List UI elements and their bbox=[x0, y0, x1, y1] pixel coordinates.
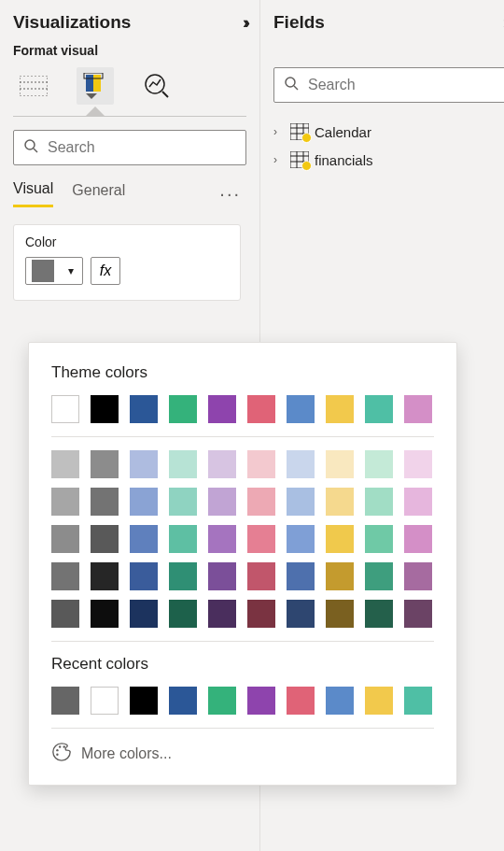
format-visual-label: Format visual bbox=[13, 43, 246, 58]
color-swatch[interactable] bbox=[91, 562, 119, 590]
color-swatch[interactable] bbox=[365, 600, 393, 628]
color-swatch[interactable] bbox=[130, 600, 158, 628]
color-swatch[interactable] bbox=[91, 395, 119, 423]
color-swatch[interactable] bbox=[365, 395, 393, 423]
color-swatch[interactable] bbox=[169, 395, 197, 423]
table-icon bbox=[290, 151, 309, 168]
color-swatch[interactable] bbox=[169, 687, 197, 715]
color-swatch[interactable] bbox=[247, 450, 275, 478]
color-swatch[interactable] bbox=[51, 488, 79, 516]
tab-visual[interactable]: Visual bbox=[13, 180, 53, 207]
color-swatch[interactable] bbox=[404, 488, 432, 516]
color-swatch[interactable] bbox=[287, 600, 315, 628]
color-swatch[interactable] bbox=[51, 525, 79, 553]
color-swatch[interactable] bbox=[247, 687, 275, 715]
color-swatch[interactable] bbox=[326, 525, 354, 553]
color-swatch[interactable] bbox=[326, 450, 354, 478]
more-colors-button[interactable]: More colors... bbox=[51, 742, 434, 766]
color-swatch[interactable] bbox=[91, 600, 119, 628]
color-swatch[interactable] bbox=[51, 395, 79, 423]
color-swatch[interactable] bbox=[169, 450, 197, 478]
color-swatch[interactable] bbox=[404, 450, 432, 478]
color-swatch[interactable] bbox=[247, 600, 275, 628]
color-swatch[interactable] bbox=[326, 562, 354, 590]
fx-button[interactable]: fx bbox=[91, 257, 120, 285]
analytics-tab[interactable] bbox=[138, 67, 175, 105]
color-swatch[interactable] bbox=[208, 562, 236, 590]
color-swatch[interactable] bbox=[326, 488, 354, 516]
color-swatch[interactable] bbox=[208, 450, 236, 478]
color-swatch[interactable] bbox=[365, 525, 393, 553]
color-swatch[interactable] bbox=[247, 488, 275, 516]
field-table-item[interactable]: ›Calendar bbox=[273, 118, 504, 146]
color-swatch[interactable] bbox=[208, 600, 236, 628]
format-search-field[interactable] bbox=[46, 138, 236, 157]
recent-colors-title: Recent colors bbox=[51, 655, 434, 674]
svg-point-8 bbox=[25, 140, 35, 149]
color-swatch[interactable] bbox=[365, 562, 393, 590]
color-swatch[interactable] bbox=[287, 488, 315, 516]
build-visual-tab[interactable] bbox=[15, 67, 52, 105]
color-swatch[interactable] bbox=[169, 562, 197, 590]
color-swatch[interactable] bbox=[326, 395, 354, 423]
color-swatch[interactable] bbox=[404, 687, 432, 715]
table-icon bbox=[290, 123, 309, 140]
color-swatch[interactable] bbox=[404, 562, 432, 590]
color-dropdown[interactable]: ▾ bbox=[25, 257, 83, 285]
color-swatch[interactable] bbox=[365, 687, 393, 715]
color-swatch[interactable] bbox=[51, 562, 79, 590]
color-swatch[interactable] bbox=[51, 687, 79, 715]
color-swatch[interactable] bbox=[287, 450, 315, 478]
color-swatch[interactable] bbox=[404, 600, 432, 628]
color-swatch[interactable] bbox=[169, 525, 197, 553]
format-visual-tab[interactable] bbox=[77, 67, 114, 105]
color-swatch[interactable] bbox=[91, 450, 119, 478]
color-swatch[interactable] bbox=[404, 525, 432, 553]
fields-search-input[interactable] bbox=[273, 67, 504, 103]
color-swatch[interactable] bbox=[247, 525, 275, 553]
format-search-input[interactable] bbox=[13, 130, 246, 165]
color-swatch[interactable] bbox=[51, 450, 79, 478]
color-swatch[interactable] bbox=[169, 600, 197, 628]
color-swatch[interactable] bbox=[326, 687, 354, 715]
collapse-visualizations-button[interactable]: ›› bbox=[243, 13, 246, 33]
color-swatch[interactable] bbox=[247, 562, 275, 590]
color-swatch[interactable] bbox=[130, 525, 158, 553]
color-swatch[interactable] bbox=[130, 450, 158, 478]
color-swatch[interactable] bbox=[287, 395, 315, 423]
color-swatch[interactable] bbox=[130, 562, 158, 590]
tab-overflow-button[interactable]: ··· bbox=[219, 183, 246, 205]
field-table-name: financials bbox=[315, 152, 373, 168]
field-table-item[interactable]: ›financials bbox=[273, 146, 504, 174]
search-icon bbox=[23, 138, 38, 157]
color-swatch[interactable] bbox=[365, 488, 393, 516]
color-swatch[interactable] bbox=[91, 525, 119, 553]
color-swatch[interactable] bbox=[208, 395, 236, 423]
color-swatch[interactable] bbox=[51, 600, 79, 628]
svg-point-22 bbox=[56, 749, 58, 751]
color-card: Color ▾ fx bbox=[13, 224, 241, 301]
fields-search-field[interactable] bbox=[306, 76, 497, 94]
color-swatch[interactable] bbox=[130, 488, 158, 516]
color-swatch[interactable] bbox=[91, 488, 119, 516]
color-swatch[interactable] bbox=[91, 687, 119, 715]
chevron-right-icon: › bbox=[273, 125, 285, 138]
color-swatch[interactable] bbox=[287, 525, 315, 553]
color-swatch[interactable] bbox=[404, 395, 432, 423]
color-swatch[interactable] bbox=[208, 687, 236, 715]
color-swatch[interactable] bbox=[287, 562, 315, 590]
color-swatch[interactable] bbox=[365, 450, 393, 478]
color-swatch[interactable] bbox=[169, 488, 197, 516]
tab-general[interactable]: General bbox=[72, 182, 125, 206]
color-label: Color bbox=[25, 234, 229, 249]
color-swatch[interactable] bbox=[247, 395, 275, 423]
color-swatch[interactable] bbox=[130, 687, 158, 715]
svg-rect-0 bbox=[20, 76, 48, 96]
fields-grid-icon bbox=[20, 76, 48, 96]
color-swatch[interactable] bbox=[130, 395, 158, 423]
color-swatch[interactable] bbox=[287, 687, 315, 715]
color-swatch[interactable] bbox=[326, 600, 354, 628]
color-swatch[interactable] bbox=[208, 488, 236, 516]
chevron-right-icon: › bbox=[273, 153, 285, 166]
color-swatch[interactable] bbox=[208, 525, 236, 553]
